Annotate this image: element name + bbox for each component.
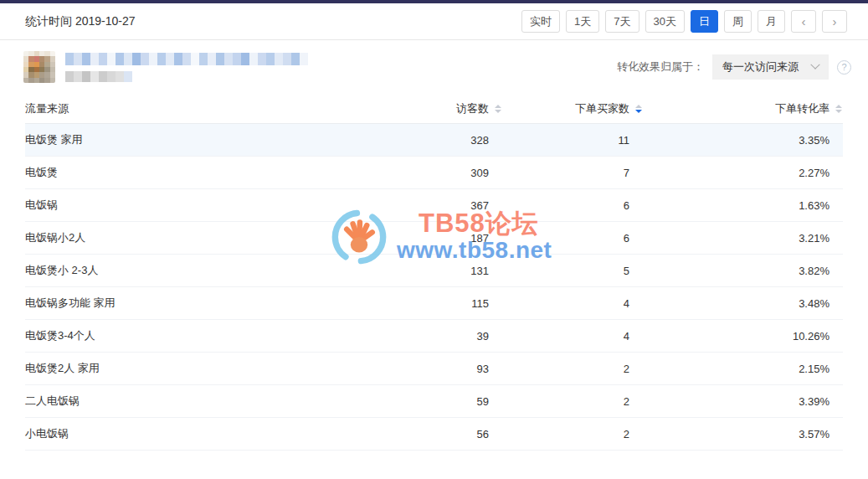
range-button-2[interactable]: 7天 — [605, 10, 639, 33]
cell-visitors: 59 — [360, 395, 502, 408]
column-header-2[interactable]: 下单买家数 — [502, 101, 643, 116]
cell-buyers: 6 — [502, 232, 643, 245]
column-label: 下单买家数 — [575, 101, 629, 116]
table-row: 小电饭锅5623.57% — [25, 418, 843, 451]
product-header: 转化效果归属于： 每一次访问来源 ? — [0, 40, 868, 94]
table-row: 二人电饭锅5923.39% — [25, 385, 843, 418]
column-label: 访客数 — [456, 101, 489, 116]
cell-source: 电饭锅多功能 家用 — [25, 296, 360, 311]
sort-icon[interactable] — [494, 105, 502, 113]
sort-icon[interactable] — [835, 105, 843, 113]
cell-rate: 10.26% — [643, 330, 843, 343]
cell-visitors: 39 — [360, 330, 502, 343]
cell-buyers: 6 — [502, 199, 643, 212]
cell-rate: 3.57% — [643, 428, 843, 440]
cell-rate: 2.27% — [643, 167, 843, 179]
range-button-3[interactable]: 30天 — [645, 10, 685, 33]
cell-source: 电饭煲 — [25, 165, 360, 180]
table-row: 电饭煲2人 家用9322.15% — [25, 353, 843, 385]
attribution-control: 转化效果归属于： 每一次访问来源 ? — [617, 54, 851, 80]
cell-source: 二人电饭锅 — [25, 394, 360, 409]
cell-source: 电饭锅小2人 — [25, 230, 360, 245]
cell-rate: 2.15% — [643, 363, 843, 375]
stat-time-label: 统计时间 2019-10-27 — [25, 14, 136, 29]
sort-icon[interactable] — [634, 105, 643, 113]
cell-rate: 3.35% — [643, 134, 843, 147]
column-header-0: 流量来源 — [25, 101, 360, 116]
cell-source: 电饭煲小 2-3人 — [25, 263, 360, 278]
table-row: 电饭煲30972.27% — [25, 157, 843, 189]
product-title-redacted — [65, 51, 308, 83]
column-header-3[interactable]: 下单转化率 — [643, 101, 843, 116]
next-arrow-button[interactable]: › — [822, 10, 847, 33]
table-row: 电饭煲小 2-3人13153.82% — [25, 255, 843, 287]
cell-buyers: 5 — [502, 265, 643, 277]
table-row: 电饭煲3-4个人39410.26% — [25, 320, 843, 353]
range-button-5[interactable]: 周 — [724, 10, 752, 33]
table-row: 电饭锅小2人18763.21% — [25, 222, 843, 255]
cell-visitors: 131 — [360, 265, 502, 277]
traffic-source-table: 流量来源访客数下单买家数下单转化率 电饭煲 家用328113.35%电饭煲309… — [0, 94, 868, 451]
table-row: 电饭煲 家用328113.35% — [25, 124, 843, 157]
cell-source: 电饭煲3-4个人 — [25, 328, 360, 343]
cell-buyers: 7 — [502, 167, 643, 179]
cell-rate: 3.21% — [643, 232, 843, 245]
range-button-6[interactable]: 月 — [758, 10, 785, 33]
range-buttons: 实时1天7天30天日周月 — [521, 10, 785, 33]
cell-source: 电饭锅 — [25, 198, 360, 213]
redacted-title-line — [65, 53, 308, 65]
cell-rate: 1.63% — [643, 199, 843, 212]
column-label: 下单转化率 — [775, 101, 829, 116]
table-header-row: 流量来源访客数下单买家数下单转化率 — [25, 94, 843, 124]
attribution-select[interactable]: 每一次访问来源 — [712, 54, 829, 80]
column-label: 流量来源 — [25, 101, 69, 116]
column-header-1[interactable]: 访客数 — [360, 101, 502, 116]
table-body: 电饭煲 家用328113.35%电饭煲30972.27%电饭锅36761.63%… — [25, 124, 843, 451]
table-row: 电饭锅多功能 家用11543.48% — [25, 287, 843, 320]
cell-visitors: 187 — [360, 232, 502, 245]
cell-visitors: 309 — [360, 167, 502, 179]
table-row: 电饭锅36761.63% — [25, 189, 843, 222]
cell-buyers: 2 — [502, 428, 643, 440]
cell-rate: 3.39% — [643, 395, 843, 408]
cell-rate: 3.82% — [643, 265, 843, 277]
prev-arrow-button[interactable]: ‹ — [791, 10, 816, 33]
chevron-down-icon — [810, 60, 819, 70]
redacted-subtitle-line — [65, 71, 308, 82]
cell-buyers: 2 — [502, 363, 643, 375]
date-toolbar: 统计时间 2019-10-27 实时1天7天30天日周月 ‹ › — [0, 3, 868, 40]
product-info — [23, 51, 308, 83]
range-button-0[interactable]: 实时 — [521, 10, 560, 33]
cell-visitors: 115 — [360, 297, 502, 310]
range-button-group: 实时1天7天30天日周月 ‹ › — [521, 10, 847, 33]
cell-buyers: 2 — [502, 395, 643, 408]
cell-visitors: 93 — [360, 363, 502, 375]
cell-buyers: 11 — [502, 134, 643, 147]
range-button-1[interactable]: 1天 — [566, 10, 599, 33]
cell-visitors: 56 — [360, 428, 502, 440]
cell-source: 电饭煲 家用 — [25, 132, 360, 147]
cell-buyers: 4 — [502, 330, 643, 343]
cell-source: 电饭煲2人 家用 — [25, 361, 360, 376]
cell-source: 小电饭锅 — [25, 426, 360, 441]
cell-visitors: 328 — [360, 134, 502, 147]
help-icon[interactable]: ? — [837, 60, 851, 75]
cell-visitors: 367 — [360, 199, 502, 212]
product-thumbnail — [23, 51, 55, 83]
cell-buyers: 4 — [502, 297, 643, 310]
cell-rate: 3.48% — [643, 297, 843, 310]
attribution-selected-option: 每一次访问来源 — [722, 59, 799, 75]
range-button-4[interactable]: 日 — [691, 10, 718, 33]
attribution-label: 转化效果归属于： — [617, 59, 704, 75]
